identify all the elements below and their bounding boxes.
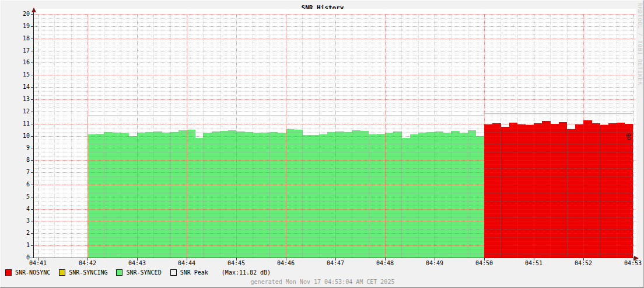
- y-axis-label: 16: [4, 59, 30, 66]
- y-axis-arrow-icon: [32, 8, 36, 12]
- x-axis-label: 04:43: [124, 260, 150, 267]
- y-axis-tick: [31, 26, 34, 27]
- x-axis-label: 04:48: [372, 260, 398, 267]
- y-axis-label: 5: [4, 193, 30, 200]
- y-axis-label: 20: [4, 11, 30, 18]
- h-minor-gridline: [34, 91, 635, 92]
- h-minor-gridline: [34, 103, 635, 104]
- legend-items: SNR-NOSYNCSNR-SYNCINGSNR-SYNCEDSNR Peak: [5, 269, 208, 276]
- area-step-snr-synced: [468, 130, 477, 258]
- y-axis-tick: [31, 245, 34, 246]
- area-step-snr-synced: [104, 132, 113, 258]
- h-minor-gridline: [34, 176, 635, 177]
- h-major-gridline: [34, 172, 635, 173]
- legend-max-note: (Max:11.82 dB): [222, 269, 271, 276]
- h-minor-gridline: [34, 22, 635, 23]
- h-minor-gridline: [34, 189, 635, 189]
- area-step-snr-synced: [228, 130, 237, 258]
- h-minor-gridline: [34, 164, 635, 165]
- y-axis-label: 11: [4, 120, 30, 127]
- legend-label: SNR-SYNCING: [69, 269, 107, 276]
- y-axis-label: 1: [4, 242, 30, 249]
- v-major-gridline: [187, 14, 187, 258]
- y-axis-label: 4: [4, 206, 30, 213]
- legend-item: SNR-SYNCING: [59, 269, 107, 276]
- h-minor-gridline: [34, 95, 635, 96]
- area-step-snr-synced: [435, 131, 443, 258]
- x-axis-line: [30, 258, 635, 258]
- area-step-snr-synced: [270, 132, 278, 258]
- legend-swatch: [59, 269, 65, 276]
- y-axis-tick: [31, 160, 34, 161]
- y-axis-tick: [31, 39, 34, 39]
- y-axis-tick: [31, 14, 34, 15]
- h-minor-gridline: [34, 55, 635, 55]
- h-major-gridline: [34, 112, 635, 112]
- y-axis-tick: [31, 63, 34, 63]
- h-minor-gridline: [34, 213, 635, 214]
- y-axis-tick: [31, 112, 34, 112]
- h-minor-gridline: [34, 152, 635, 152]
- h-minor-gridline: [34, 34, 635, 35]
- v-major-gridline: [137, 14, 138, 258]
- h-major-gridline: [34, 51, 635, 51]
- area-step-snr-synced: [335, 131, 344, 258]
- area-step-snr-synced: [88, 134, 96, 258]
- rrdtool-graph: SNR History 0123456789101112131415161718…: [0, 0, 644, 288]
- h-major-gridline: [34, 245, 635, 246]
- y-axis-tick: [31, 75, 34, 75]
- area-step-snr-synced: [145, 132, 154, 258]
- y-axis-label: 15: [4, 71, 30, 78]
- y-axis-label: 12: [4, 108, 30, 115]
- h-major-gridline: [34, 209, 635, 210]
- area-step-snr-synced: [410, 134, 419, 258]
- footer-generated-text: generated Mon Nov 17 04:53:04 AM CET 202…: [1, 279, 644, 285]
- h-minor-gridline: [34, 237, 635, 238]
- h-minor-gridline: [34, 71, 635, 71]
- h-minor-gridline: [34, 217, 635, 218]
- v-major-gridline: [534, 14, 534, 258]
- legend-swatch: [116, 269, 123, 276]
- y-axis-tick: [31, 148, 34, 148]
- v-major-gridline: [88, 14, 88, 258]
- y-axis-tick: [31, 258, 34, 258]
- y-axis-tick: [31, 172, 34, 173]
- area-step-snr-synced: [236, 131, 245, 258]
- h-minor-gridline: [34, 144, 635, 144]
- x-axis-label: 04:47: [323, 260, 348, 267]
- v-major-gridline: [484, 14, 485, 258]
- y-axis-label: 17: [4, 47, 30, 54]
- area-step-snr-synced: [319, 134, 328, 258]
- area-step-snr-synced: [344, 132, 352, 258]
- y-axis-tick: [31, 136, 34, 137]
- v-major-gridline: [385, 14, 386, 258]
- h-major-gridline: [34, 14, 635, 15]
- y-axis-label: 3: [4, 217, 30, 224]
- h-minor-gridline: [34, 43, 635, 43]
- legend-swatch: [5, 269, 12, 276]
- y-axis-tick: [31, 209, 34, 210]
- v-major-gridline: [236, 14, 237, 258]
- h-major-gridline: [34, 221, 635, 221]
- y-axis-unit-label: dB: [622, 129, 635, 144]
- v-major-gridline: [38, 14, 38, 258]
- h-major-gridline: [34, 136, 635, 137]
- y-axis-label: 14: [4, 84, 30, 91]
- y-axis-tick: [31, 124, 34, 124]
- h-minor-gridline: [34, 120, 635, 120]
- h-minor-gridline: [34, 107, 635, 108]
- y-axis-tick: [31, 99, 34, 100]
- y-axis-label: 8: [4, 157, 30, 164]
- y-axis-tick: [31, 87, 34, 88]
- x-axis-label: 04:50: [471, 260, 497, 267]
- h-major-gridline: [34, 75, 635, 75]
- area-step-snr-synced: [220, 131, 229, 258]
- area-step-snr-synced: [244, 132, 253, 258]
- legend-swatch: [170, 269, 177, 276]
- x-axis-label: 04:51: [521, 260, 547, 267]
- h-minor-gridline: [34, 116, 635, 116]
- h-minor-gridline: [34, 241, 635, 242]
- h-minor-gridline: [34, 168, 635, 169]
- legend-label: SNR-SYNCED: [126, 269, 161, 276]
- legend: SNR-NOSYNCSNR-SYNCINGSNR-SYNCEDSNR Peak …: [5, 269, 271, 276]
